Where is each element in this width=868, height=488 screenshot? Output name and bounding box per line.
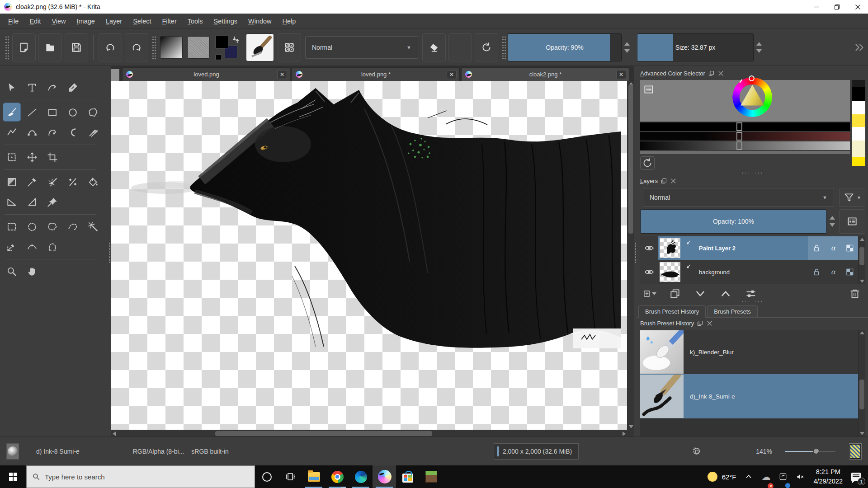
tool-edit-shapes[interactable] xyxy=(43,78,61,98)
foreground-color-swatch[interactable] xyxy=(216,36,228,48)
tool-gradient[interactable] xyxy=(3,172,21,192)
toolbar-grip[interactable] xyxy=(151,35,156,60)
taskbar-chrome-button[interactable] xyxy=(326,465,349,488)
color-slider-1[interactable] xyxy=(640,122,850,131)
tool-fill[interactable] xyxy=(84,172,102,192)
slider-handle[interactable] xyxy=(736,141,742,150)
taskbar-cortana-button[interactable] xyxy=(255,465,278,488)
tool-move[interactable] xyxy=(23,147,41,167)
layer-filter-button[interactable]: ▼ xyxy=(839,188,865,207)
tool-similar-color-select[interactable] xyxy=(84,217,102,237)
layer-lock-icon[interactable] xyxy=(808,236,825,260)
tool-reference-images[interactable] xyxy=(43,192,61,212)
slider-handle[interactable] xyxy=(736,132,742,141)
menu-settings[interactable]: Settings xyxy=(208,16,243,27)
tool-bezier-select[interactable] xyxy=(23,237,41,257)
size-slider[interactable]: Size: 32.87 px xyxy=(637,33,754,61)
layer-inherit-alpha-icon[interactable] xyxy=(841,260,858,284)
taskbar-clock[interactable]: 8:21 PM 4/29/2022 xyxy=(809,467,847,486)
color-history-swatch[interactable] xyxy=(852,87,865,101)
zoom-slider[interactable] xyxy=(785,448,835,455)
toolbar-grip[interactable] xyxy=(5,35,9,60)
tool-transform[interactable] xyxy=(3,147,21,167)
taskbar-edge-button[interactable] xyxy=(349,465,373,488)
menu-edit[interactable]: Edit xyxy=(24,16,46,27)
color-history-swatch[interactable] xyxy=(852,157,865,166)
layer-row-background[interactable]: backgroundα xyxy=(640,260,858,284)
tool-polygon-select[interactable] xyxy=(43,217,61,237)
slider-handle[interactable] xyxy=(736,122,742,131)
layer-visibility-eye-icon[interactable] xyxy=(640,236,658,260)
layer-view-options-button[interactable] xyxy=(839,209,865,234)
tab-close-button[interactable]: ✕ xyxy=(616,70,626,79)
move-layer-down-button[interactable] xyxy=(693,288,707,300)
close-docker-icon[interactable] xyxy=(717,70,724,77)
layer-name[interactable]: Paint Layer 2 xyxy=(695,236,808,260)
document-tab-loved-png-[interactable]: loved.png *✕ xyxy=(292,67,460,81)
search-input[interactable] xyxy=(45,473,249,481)
add-layer-button[interactable] xyxy=(643,288,656,300)
scroll-left-arrow[interactable] xyxy=(113,432,116,436)
color-history-swatch[interactable] xyxy=(852,114,865,127)
scroll-down-arrow[interactable] xyxy=(860,432,864,435)
start-button[interactable] xyxy=(0,465,26,488)
tool-assistants[interactable] xyxy=(23,192,41,212)
color-slider-3[interactable] xyxy=(640,141,850,150)
open-document-button[interactable] xyxy=(38,33,62,61)
tool-color-sampler[interactable] xyxy=(23,172,41,192)
taskbar-task-view-button[interactable] xyxy=(278,465,302,488)
layer-blend-mode-dropdown[interactable]: Normal ▼ xyxy=(643,188,834,207)
brush-preview-icon[interactable] xyxy=(6,443,19,460)
gradient-swatch-button[interactable] xyxy=(160,36,183,59)
vertical-scrollbar[interactable] xyxy=(627,81,634,430)
layer-visibility-eye-icon[interactable] xyxy=(640,260,658,284)
docker-splitter[interactable] xyxy=(637,171,868,175)
document-tab-cloak2-png-[interactable]: cloak2.png *✕ xyxy=(461,67,629,81)
taskbar-store-button[interactable] xyxy=(396,465,420,488)
menu-layer[interactable]: Layer xyxy=(100,16,127,27)
tool-freehand-select[interactable] xyxy=(64,217,82,237)
volume-tray-icon[interactable] xyxy=(792,465,809,488)
delete-layer-button[interactable] xyxy=(848,288,862,300)
scroll-right-arrow[interactable] xyxy=(623,432,626,436)
layer-list-scrollbar[interactable] xyxy=(858,236,865,284)
reset-colors-swatch[interactable] xyxy=(216,55,222,60)
layer-inherit-alpha-icon[interactable] xyxy=(841,236,858,260)
toolbar-overflow-icon[interactable] xyxy=(854,42,865,53)
docker-resize-handle[interactable] xyxy=(634,66,637,436)
tool-polygon[interactable] xyxy=(84,103,102,122)
duplicate-layer-button[interactable] xyxy=(668,288,682,300)
horizontal-scrollbar[interactable] xyxy=(111,430,634,436)
layer-alpha-icon[interactable]: α xyxy=(825,236,841,260)
layer-opacity-spinner[interactable] xyxy=(830,209,835,234)
scroll-up-arrow[interactable] xyxy=(860,331,864,334)
tool-multibrush[interactable] xyxy=(84,122,102,142)
scroll-down-arrow[interactable] xyxy=(860,280,864,283)
eraser-mode-button[interactable] xyxy=(422,33,446,61)
undo-button[interactable] xyxy=(99,33,122,61)
tool-freehand-brush[interactable] xyxy=(3,103,21,122)
minimize-button[interactable] xyxy=(806,0,826,14)
color-history-swatch[interactable] xyxy=(852,141,865,157)
color-history-strip[interactable] xyxy=(852,80,865,166)
tool-freehand-path[interactable] xyxy=(43,122,61,142)
layer-thumbnail[interactable] xyxy=(660,262,680,282)
color-selector-area[interactable] xyxy=(640,80,850,122)
menu-help[interactable]: Help xyxy=(277,16,302,27)
menu-view[interactable]: View xyxy=(46,16,71,27)
tool-measure[interactable] xyxy=(3,192,21,212)
tool-calligraphy[interactable] xyxy=(64,78,82,98)
color-history-swatch[interactable] xyxy=(852,127,865,141)
reload-preset-button[interactable] xyxy=(475,33,498,61)
close-docker-icon[interactable] xyxy=(670,178,677,184)
status-color-mode[interactable]: RGB/Alpha (8-bi... xyxy=(133,448,184,455)
tool-zoom[interactable] xyxy=(3,262,21,282)
tool-text[interactable] xyxy=(23,78,41,98)
tool-colorize-mask[interactable] xyxy=(64,172,82,192)
menu-window[interactable]: Window xyxy=(243,16,277,27)
canvas-viewport[interactable] xyxy=(111,81,627,430)
redo-button[interactable] xyxy=(125,33,148,61)
layer-opacity-slider[interactable]: Opacity: 100% xyxy=(640,209,827,234)
move-layer-up-button[interactable] xyxy=(719,288,732,300)
tab-close-button[interactable]: ✕ xyxy=(277,70,287,79)
